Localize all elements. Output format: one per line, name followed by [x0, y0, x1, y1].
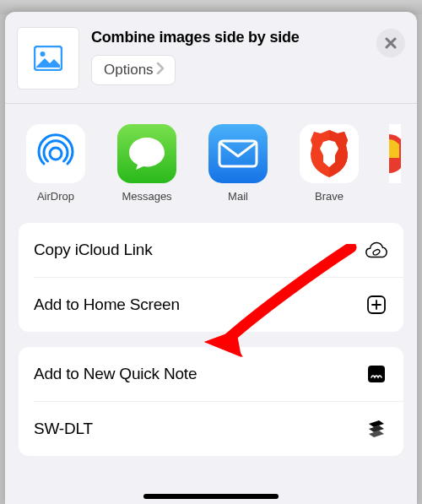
action-label: Add to Home Screen [34, 295, 180, 314]
close-button[interactable] [376, 29, 405, 57]
share-target-mail[interactable]: Mail [204, 124, 272, 203]
actions-list: Copy iCloud Link Add to Home Screen [5, 223, 417, 488]
share-target-more[interactable] [387, 124, 403, 203]
share-target-strip[interactable]: AirDrop Messages Mail [5, 104, 417, 223]
svg-rect-3 [219, 141, 257, 166]
app-label: Mail [228, 190, 248, 203]
share-target-messages[interactable]: Messages [113, 124, 181, 203]
stack-icon [365, 417, 388, 441]
action-label: SW-DLT [34, 420, 93, 438]
messages-icon [117, 124, 176, 183]
action-label: Add to New Quick Note [34, 365, 197, 383]
chevron-right-icon [156, 62, 165, 79]
svg-point-4 [372, 248, 381, 256]
action-group-2: Add to New Quick Note SW-DLT [19, 347, 403, 456]
close-icon [385, 37, 397, 49]
svg-rect-6 [368, 366, 385, 382]
app-label: Messages [122, 190, 171, 203]
mail-icon [208, 124, 268, 183]
share-target-airdrop[interactable]: AirDrop [22, 124, 89, 203]
share-target-brave[interactable]: Brave [295, 124, 363, 203]
item-thumbnail [17, 27, 79, 89]
icloud-link-icon [365, 238, 388, 262]
partial-app-icon [389, 124, 401, 183]
brave-icon [300, 124, 359, 183]
svg-point-2 [50, 148, 62, 160]
quick-note-icon [365, 362, 388, 386]
action-copy-icloud-link[interactable]: Copy iCloud Link [19, 223, 403, 277]
action-add-quick-note[interactable]: Add to New Quick Note [19, 347, 403, 401]
sheet-header: Combine images side by side Options [5, 12, 417, 103]
action-add-to-home-screen[interactable]: Add to Home Screen [19, 278, 403, 332]
action-label: Copy iCloud Link [34, 241, 152, 259]
image-icon [34, 46, 62, 71]
airdrop-icon [26, 124, 85, 183]
app-label: AirDrop [37, 190, 74, 203]
home-indicator [143, 494, 279, 499]
svg-point-1 [41, 51, 46, 57]
options-button[interactable]: Options [91, 55, 176, 85]
action-sw-dlt[interactable]: SW-DLT [19, 402, 403, 456]
app-label: Brave [315, 190, 344, 203]
sheet-title: Combine images side by side [91, 29, 371, 46]
action-group-1: Copy iCloud Link Add to Home Screen [19, 223, 403, 332]
options-label: Options [104, 62, 154, 79]
add-square-icon [365, 293, 388, 317]
share-sheet: Combine images side by side Options [5, 12, 417, 504]
